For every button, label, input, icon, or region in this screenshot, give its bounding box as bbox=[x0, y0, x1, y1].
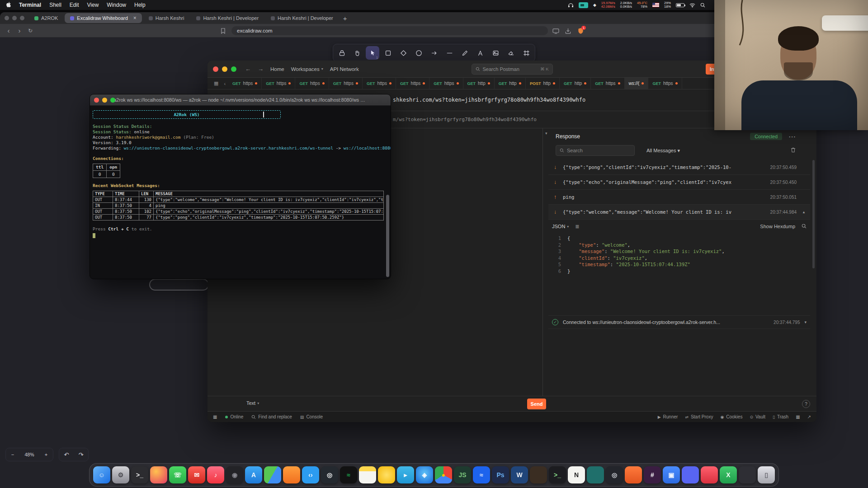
dock-dock-app-icon[interactable] bbox=[625, 466, 642, 483]
image-tool-icon[interactable] bbox=[489, 46, 502, 60]
selection-tool-icon[interactable]: 1 bbox=[366, 46, 379, 60]
cast-icon[interactable] bbox=[552, 28, 559, 36]
dock-dock-app-icon[interactable] bbox=[264, 466, 281, 483]
dock-chrome-icon[interactable]: ● bbox=[435, 466, 452, 483]
zoom-out-button[interactable]: − bbox=[6, 452, 19, 457]
dock-dock-app-icon[interactable]: JS bbox=[454, 466, 471, 483]
ws-message-row[interactable]: ↑ping20:37:50.051 bbox=[548, 190, 810, 205]
stats-diamond-icon[interactable]: ◆ bbox=[593, 3, 596, 7]
json-viewer[interactable]: 1{2 "type": "welcome",3 "message": "Welc… bbox=[548, 232, 810, 274]
postman-forward-icon[interactable]: → bbox=[258, 66, 264, 72]
frame-tool-icon[interactable] bbox=[519, 46, 533, 60]
browser-tab[interactable]: Harsh Keshri | Developer bbox=[265, 13, 339, 23]
menu-shell[interactable]: Shell bbox=[49, 2, 61, 8]
dock-dock-app-icon[interactable]: X bbox=[720, 466, 737, 483]
postman-home-link[interactable]: Home bbox=[270, 66, 284, 72]
back-icon[interactable]: ‹ bbox=[5, 26, 13, 35]
dock-obs-icon[interactable]: ◎ bbox=[606, 466, 623, 483]
address-bar[interactable]: excalidraw.com bbox=[231, 26, 548, 35]
ws-message-row[interactable]: ↓{"type":"welcome","message":"Welcome! Y… bbox=[548, 205, 810, 220]
response-menu-icon[interactable]: ⋯ bbox=[788, 132, 796, 141]
dock-docker-icon[interactable]: ≈ bbox=[473, 466, 490, 483]
wrap-text-icon[interactable]: ≣ bbox=[575, 224, 579, 230]
request-tab[interactable]: GEThttps bbox=[429, 78, 463, 89]
cookies-button[interactable]: ◉Cookies bbox=[720, 414, 742, 419]
zoom-level[interactable]: 48% bbox=[19, 452, 39, 457]
privacy-shield-icon[interactable]: 1 bbox=[578, 28, 584, 36]
rectangle-tool-icon[interactable] bbox=[381, 46, 395, 60]
dock-github-icon[interactable]: ◎ bbox=[321, 466, 338, 483]
menu-terminal[interactable]: Terminal bbox=[19, 2, 41, 8]
dock-dock-app-icon[interactable] bbox=[587, 466, 604, 483]
spotlight-icon[interactable] bbox=[700, 3, 705, 8]
menu-help[interactable]: Help bbox=[134, 2, 146, 8]
dock-vscode-icon[interactable]: ‹› bbox=[302, 466, 319, 483]
request-tab[interactable]: GEThttps bbox=[295, 78, 329, 89]
redo-button[interactable]: ↷ bbox=[74, 451, 88, 458]
battery-icon[interactable] bbox=[676, 3, 684, 7]
dock-dock-app-icon[interactable] bbox=[739, 466, 756, 483]
ellipse-tool-icon[interactable] bbox=[412, 46, 425, 60]
console-button[interactable]: ▤Console bbox=[300, 414, 323, 419]
search-in-body-icon[interactable] bbox=[802, 224, 807, 230]
request-tab[interactable]: GEThttps bbox=[262, 78, 295, 89]
dock-music-icon[interactable]: ♪ bbox=[207, 466, 224, 483]
request-tab[interactable]: GEThttps bbox=[228, 78, 262, 89]
request-tab[interactable]: GEThttps bbox=[329, 78, 363, 89]
undo-button[interactable]: ↶ bbox=[59, 451, 74, 458]
line-tool-icon[interactable] bbox=[443, 46, 456, 60]
postman-search-input[interactable]: Search Postman ⌘ K bbox=[472, 64, 553, 75]
dock-dock-app-icon[interactable]: ☏ bbox=[169, 466, 186, 483]
feedback-icon[interactable]: ? bbox=[802, 400, 810, 408]
dock-dock-app-icon[interactable] bbox=[150, 466, 167, 483]
vault-button[interactable]: ⊙Vault bbox=[750, 414, 765, 419]
tab-close-icon[interactable]: × bbox=[133, 15, 137, 21]
dock-safari-icon[interactable]: ◈ bbox=[416, 466, 433, 483]
statusbar-panel-icon[interactable]: ▦ bbox=[796, 414, 800, 419]
send-button[interactable]: Send bbox=[527, 399, 546, 409]
dock-dock-app-icon[interactable]: ✉ bbox=[188, 466, 205, 483]
input-language-flag[interactable] bbox=[652, 3, 659, 7]
postman-back-icon[interactable]: ← bbox=[245, 66, 251, 72]
dock-notion-icon[interactable]: N bbox=[568, 466, 585, 483]
response-scrollbar[interactable] bbox=[812, 160, 815, 268]
statusbar-expand-icon[interactable]: ↗ bbox=[807, 414, 811, 419]
lock-tool-icon[interactable] bbox=[335, 46, 349, 60]
apple-menu[interactable] bbox=[6, 2, 12, 8]
message-type-dropdown[interactable]: Text▾ bbox=[246, 400, 259, 406]
terminal-window-controls[interactable] bbox=[94, 98, 115, 103]
dock-notes-icon[interactable] bbox=[359, 466, 376, 483]
terminal-scrollbar[interactable] bbox=[386, 195, 389, 277]
trash-button[interactable]: ▯Trash bbox=[773, 414, 788, 419]
runner-button[interactable]: ▶Runner bbox=[658, 414, 678, 419]
clear-messages-icon[interactable] bbox=[791, 146, 796, 155]
disk-stats[interactable]: 2.0KB/s0.0KB/s bbox=[620, 1, 632, 9]
dock-dock-app-icon[interactable]: W bbox=[511, 466, 528, 483]
bookmark-icon[interactable] bbox=[221, 28, 226, 36]
browser-tab[interactable]: Excalidraw Whiteboard× bbox=[65, 13, 142, 23]
dock-slack-icon[interactable]: # bbox=[644, 466, 661, 483]
dock-terminal-app-icon[interactable]: >_ bbox=[131, 466, 148, 483]
network-stats[interactable]: 15.97M/s42.06M/s bbox=[601, 1, 615, 9]
tabs-scroll-left-icon[interactable]: ‹ bbox=[221, 81, 228, 86]
zoom-in-button[interactable]: + bbox=[39, 452, 53, 457]
wifi-icon[interactable] bbox=[689, 3, 695, 8]
dock-app-store-icon[interactable]: A bbox=[245, 466, 262, 483]
connection-event-row[interactable]: ✓ Connected to ws://unieutron-claonsideo… bbox=[548, 315, 810, 329]
sidebar-toggle-icon[interactable]: ▦ bbox=[211, 80, 221, 86]
browser-tab[interactable]: A2ROK bbox=[29, 13, 63, 23]
event-expand-icon[interactable]: ▾ bbox=[804, 320, 807, 324]
request-tab[interactable]: GEThttp bbox=[495, 78, 526, 89]
menu-view[interactable]: View bbox=[87, 2, 99, 8]
dock-zoom-icon[interactable]: ▣ bbox=[663, 466, 680, 483]
dock-dock-app-icon[interactable] bbox=[378, 466, 395, 483]
format-dropdown[interactable]: JSON▾ bbox=[552, 224, 569, 229]
dock-dock-app-icon[interactable]: ◉ bbox=[226, 466, 243, 483]
diamond-tool-icon[interactable] bbox=[396, 46, 410, 60]
draw-tool-icon[interactable] bbox=[458, 46, 472, 60]
dock-dock-app-icon[interactable] bbox=[530, 466, 547, 483]
request-tab[interactable]: GEThttps bbox=[363, 78, 396, 89]
request-tab[interactable]: GEThttps bbox=[648, 78, 682, 89]
eraser-tool-icon[interactable] bbox=[504, 46, 518, 60]
postman-window-controls[interactable] bbox=[213, 66, 236, 72]
